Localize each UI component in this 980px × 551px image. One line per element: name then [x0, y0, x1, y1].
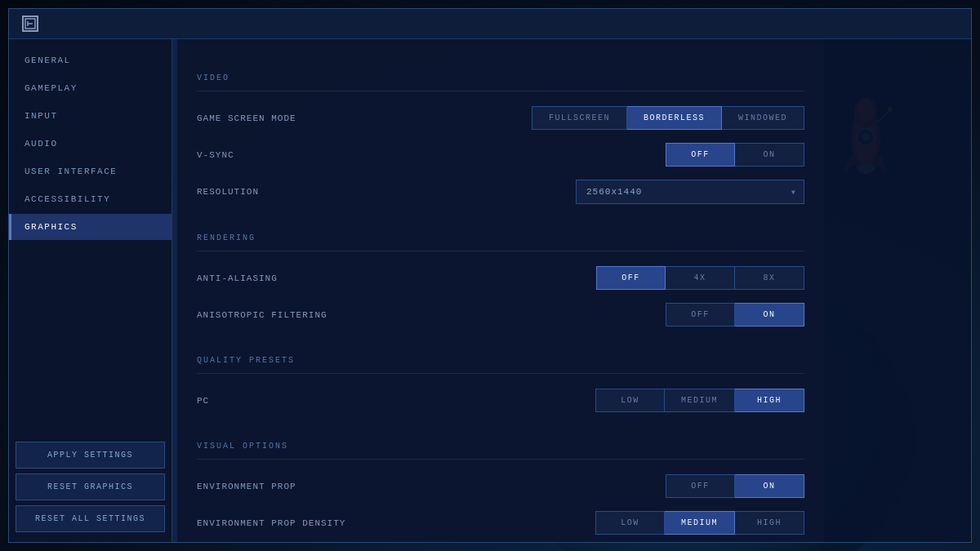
sidebar-item-general[interactable]: General: [9, 47, 172, 73]
sidebar-item-gameplay[interactable]: Gameplay: [9, 75, 172, 101]
toggle-btn-anti-aliasing-8x[interactable]: 8X: [735, 266, 804, 290]
sidebar-item-user-interface[interactable]: User Interface: [9, 158, 172, 184]
section-label-quality-presets: Quality Presets: [197, 353, 804, 374]
toggle-btn-anti-aliasing-4x[interactable]: 4X: [666, 266, 735, 290]
setting-label-env-prop: Environment Prop: [197, 482, 296, 491]
toggle-btn-pc-quality-low[interactable]: Low: [595, 389, 665, 412]
setting-row-anti-aliasing: Anti-aliasingOff4X8X: [197, 260, 804, 296]
section-main-title: [177, 39, 824, 64]
setting-row-resolution: Resolution1920x10802560x14403840x2160▾: [197, 173, 804, 211]
sidebar-btn-reset-graphics[interactable]: Reset Graphics: [16, 473, 165, 500]
btn-group-env-prop: OffOn: [666, 474, 804, 498]
section-label-visual-options: Visual Options: [197, 438, 804, 460]
setting-row-screen-mode: Game Screen ModeFullscreenBorderlessWind…: [197, 100, 804, 136]
toggle-btn-anisotropic-off[interactable]: Off: [666, 303, 735, 327]
setting-label-pc-quality: PC: [197, 396, 209, 406]
setting-label-anisotropic: Anisotropic Filtering: [197, 310, 327, 320]
toggle-btn-env-prop-density-medium[interactable]: Medium: [665, 511, 735, 535]
btn-group-vsync: OffOn: [666, 143, 804, 167]
sidebar-item-graphics[interactable]: Graphics: [9, 214, 172, 240]
sidebar-item-accessibility[interactable]: Accessibility: [9, 186, 172, 212]
settings-panel: GeneralGameplayInputAudioUser InterfaceA…: [8, 8, 972, 543]
sidebar-item-audio[interactable]: Audio: [9, 131, 172, 157]
toggle-btn-screen-mode-fullscreen[interactable]: Fullscreen: [532, 106, 627, 130]
setting-row-env-prop: Environment PropOffOn: [197, 468, 804, 504]
btn-group-anisotropic: OffOn: [666, 303, 804, 327]
section-rendering: RenderingAnti-aliasingOff4X8XAnisotropic…: [177, 224, 824, 346]
toggle-btn-screen-mode-borderless[interactable]: Borderless: [627, 106, 722, 130]
select-wrapper-resolution: 1920x10802560x14403840x2160▾: [576, 180, 804, 204]
toggle-btn-pc-quality-medium[interactable]: Medium: [665, 389, 735, 412]
setting-label-anti-aliasing: Anti-aliasing: [197, 273, 278, 283]
right-panel: [824, 39, 971, 542]
setting-label-resolution: Resolution: [197, 187, 259, 197]
setting-row-env-prop-density: Environment Prop DensityLowMediumHigh: [197, 504, 804, 541]
btn-group-env-prop-density: LowMediumHigh: [595, 511, 804, 535]
btn-group-anti-aliasing: Off4X8X: [596, 266, 804, 290]
toggle-btn-anti-aliasing-off[interactable]: Off: [596, 266, 666, 290]
setting-row-env-prop-draw: Environment Prop Draw DistanceLowMediumH…: [197, 541, 804, 542]
setting-label-vsync: V-Sync: [197, 150, 234, 160]
toggle-btn-vsync-on[interactable]: On: [735, 143, 804, 167]
setting-row-anisotropic: Anisotropic FilteringOffOn: [197, 296, 804, 333]
section-visual-options: Visual OptionsEnvironment PropOffOnEnvir…: [177, 432, 824, 542]
sidebar: GeneralGameplayInputAudioUser InterfaceA…: [9, 39, 172, 542]
sidebar-item-input[interactable]: Input: [9, 103, 172, 129]
content-area: GeneralGameplayInputAudioUser InterfaceA…: [9, 39, 971, 542]
toggle-btn-anisotropic-on[interactable]: On: [735, 303, 804, 327]
sidebar-btn-reset-all[interactable]: Reset All Settings: [16, 505, 165, 532]
sidebar-buttons: Apply SettingsReset GraphicsReset All Se…: [9, 432, 172, 542]
setting-label-env-prop-density: Environment Prop Density: [197, 518, 345, 528]
nav-items: GeneralGameplayInputAudioUser InterfaceA…: [9, 46, 172, 432]
setting-label-screen-mode: Game Screen Mode: [197, 113, 296, 123]
section-quality-presets: Quality PresetsPCLowMediumHigh: [177, 346, 824, 432]
toggle-btn-env-prop-on[interactable]: On: [735, 474, 804, 498]
main-content: VideoGame Screen ModeFullscreenBorderles…: [177, 39, 824, 542]
toggle-btn-screen-mode-windowed[interactable]: Windowed: [722, 106, 804, 130]
toggle-btn-env-prop-off[interactable]: Off: [666, 474, 735, 498]
back-icon[interactable]: [22, 16, 38, 32]
setting-row-vsync: V-SyncOffOn: [197, 136, 804, 173]
toggle-btn-env-prop-density-low[interactable]: Low: [595, 511, 665, 535]
toggle-btn-pc-quality-high[interactable]: High: [735, 389, 804, 412]
section-video: VideoGame Screen ModeFullscreenBorderles…: [177, 64, 824, 224]
select-resolution[interactable]: 1920x10802560x14403840x2160: [576, 180, 804, 204]
btn-group-pc-quality: LowMediumHigh: [595, 389, 804, 412]
toggle-btn-env-prop-density-high[interactable]: High: [735, 511, 804, 535]
btn-group-screen-mode: FullscreenBorderlessWindowed: [532, 106, 804, 130]
toggle-btn-vsync-off[interactable]: Off: [666, 143, 735, 167]
sidebar-btn-apply[interactable]: Apply Settings: [16, 442, 165, 469]
section-label-rendering: Rendering: [197, 230, 804, 251]
section-label-video: Video: [197, 70, 804, 91]
setting-row-pc-quality: PCLowMediumHigh: [197, 382, 804, 419]
title-bar: [9, 9, 971, 39]
